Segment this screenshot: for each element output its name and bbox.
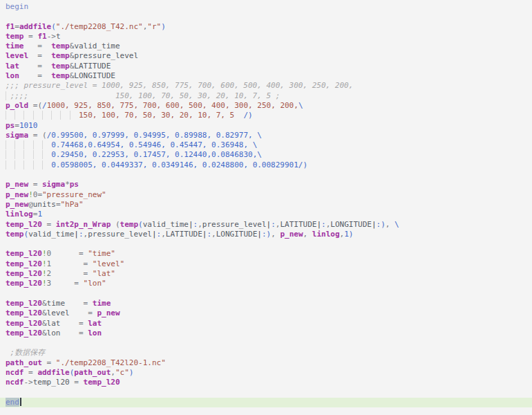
operator-token: , [271,230,280,239]
operator-token: , [161,230,166,239]
code-line [6,388,532,398]
code-line: temp_l20&lon = lon [6,329,532,338]
operator-token: = [15,22,19,31]
variable-token: addfile [19,22,51,31]
variable-token: p_new [97,308,120,317]
code-line: 0.74468,0.64954, 0.54946, 0.45447, 0.369… [6,140,532,150]
code-line: begin [6,2,532,12]
code-line: level = temp&pressure_level [6,51,532,61]
indent-guide [6,140,51,149]
variable-token: temp [120,220,139,229]
operator-token: = [42,358,56,367]
indent-guide [6,160,51,169]
variable-token: f1 [6,22,15,31]
sel-token: end [6,398,19,407]
variable-token: temp_l20 [84,378,120,387]
operator-token: , [111,368,115,377]
code-line [6,289,532,299]
number-token: 0.29450, 0.22953, 0.17457, 0.12440,0.084… [51,150,262,159]
variable-token: p_new [6,200,28,209]
code-line: p_new@units="hPa" [6,200,532,210]
operator-token: = [24,42,52,50]
variable-token: p_new [6,180,28,189]
code-line: p_new = sigma*ps [6,180,532,190]
bang-token: ! [28,190,33,199]
code-area[interactable]: beginf1=addfile("./temp2208_T42.nc","r")… [0,0,532,415]
operator-token: = [42,220,56,229]
code-line [6,239,532,249]
code-line: temp_l20&time = time [6,299,532,308]
member-token: pressure_level [74,51,138,60]
member-token: lon [47,329,61,338]
member-token: units [33,200,56,209]
operator-token: = [51,249,88,258]
member-token: LONGITUDE [330,220,372,229]
member-token: lat [47,319,61,328]
variable-token: temp [6,32,24,41]
operator-token: = [70,308,97,317]
variable-token: path_out [74,368,111,377]
code-line: ;数据保存 [6,348,532,358]
variable-token: temp_l20 [6,269,42,278]
member-token: valid_time [143,220,189,229]
string-token: "./temp2208_T42.nc" [56,22,143,31]
variable-token: temp_l20 [6,259,42,268]
variable-token: addfile [37,368,69,377]
operator-token: & [42,319,47,328]
variable-token: path_out [6,358,42,367]
operator-token: = [51,269,93,278]
operator-token: , [303,230,312,239]
number-token: /0.99500, 0.97999, 0.94995, 0.89988, 0.8… [47,131,262,140]
operator-token: = [24,368,38,377]
variable-token: lat [88,319,102,328]
string-token: "hPa" [61,200,84,209]
number-token: ( [138,220,143,229]
number-token: ) [349,230,354,239]
code-line: 0.0598005, 0.0449337, 0.0349146, 0.02488… [6,160,532,170]
variable-token: temp_l20 [6,308,42,317]
code-line: ncdf->temp_l20 = temp_l20 [6,378,532,387]
variable-token: temp_l20 [6,319,42,328]
variable-token: temp_l20 [6,299,42,308]
string-token: "r" [147,22,161,31]
variable-token: p_new [6,190,28,199]
pipe-token: | [74,230,79,239]
member-token: t [56,32,61,41]
variable-token: time [93,299,111,308]
code-line: temp_l20&level = p_new [6,308,532,318]
number-token: :) [262,230,271,239]
string-token: "c" [115,368,129,377]
member-token: LONGITUDE [216,230,258,239]
number-token: : [271,220,276,229]
member-token: valid_time [28,230,74,239]
indent-guide [6,150,51,159]
code-line: time = temp&valid_time [6,42,532,51]
operator-token: = [51,259,93,268]
pipe-token: | [152,230,157,239]
number-token: 0.0598005, 0.0449337, 0.0349146, 0.02488… [51,160,307,169]
code-line: temp_l20!3 = "lon" [6,279,532,288]
code-line: ncdf = addfile(path_out,"c") [6,368,532,378]
bang-token: ! [42,269,47,278]
operator-token: = [28,101,37,110]
bang-token: ! [42,279,47,288]
string-token: "./temp2208_T42l20-1.nc" [56,358,166,367]
code-line [6,170,532,180]
code-line [6,338,532,348]
operator-token: = [24,32,38,41]
member-token: temp_l20 [33,378,70,387]
code-line: p_new!0="pressure_new" [6,190,532,200]
variable-token: temp_l20 [6,249,42,258]
indent-guide [6,111,79,120]
bang-token: ! [42,259,47,268]
code-line: sigma = (/0.99500, 0.97999, 0.94995, 0.8… [6,131,532,140]
variable-token: p_old [6,101,28,110]
variable-token: temp [51,51,70,60]
code-line [6,12,532,21]
member-token: LATITUDE [166,230,202,239]
code-line: temp_l20!2 = "lat" [6,269,532,279]
variable-token: temp [51,42,70,50]
number-token: ) [129,368,134,377]
number-token: 1010 [19,121,38,130]
operator-token: -> [24,378,33,387]
